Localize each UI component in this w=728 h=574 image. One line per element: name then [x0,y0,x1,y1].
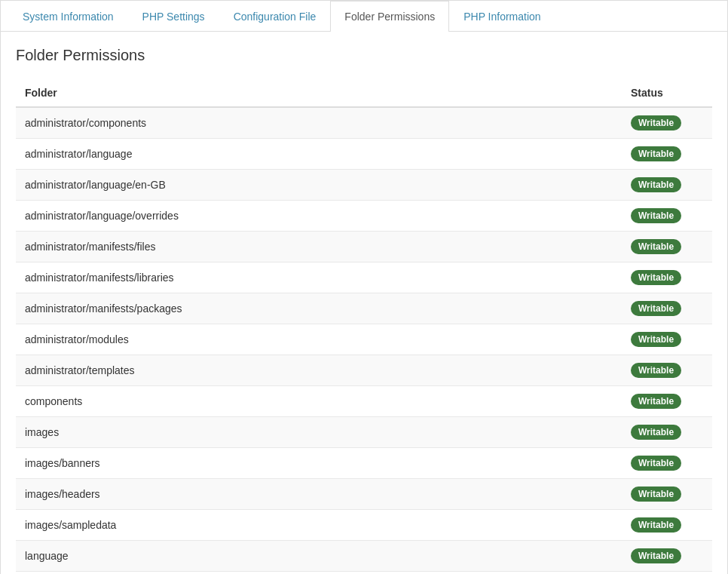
folder-cell: images/headers [16,479,622,510]
status-cell: Writable [622,107,712,139]
content-area: Folder Permissions Folder Status adminis… [1,32,727,574]
folder-cell: language [16,541,622,572]
status-badge: Writable [631,270,681,285]
status-badge: Writable [631,332,681,347]
table-row: administrator/manifests/packagesWritable [16,293,712,324]
folder-cell: administrator/language/en-GB [16,170,622,201]
table-header-row: Folder Status [16,79,712,107]
table-row: language/en-GBWritable [16,572,712,575]
table-body: administrator/componentsWritableadminist… [16,107,712,574]
folder-cell: administrator/templates [16,355,622,386]
status-cell: Writable [622,448,712,479]
table-row: images/headersWritable [16,479,712,510]
status-badge: Writable [631,425,681,440]
table-row: administrator/language/en-GBWritable [16,170,712,201]
permissions-table: Folder Status administrator/componentsWr… [16,79,712,574]
status-cell: Writable [622,201,712,232]
tab-php-information[interactable]: PHP Information [449,1,555,32]
status-cell: Writable [622,232,712,262]
status-cell: Writable [622,386,712,417]
page-title: Folder Permissions [16,47,712,64]
status-badge: Writable [631,548,681,563]
status-cell: Writable [622,324,712,355]
folder-cell: administrator/components [16,107,622,139]
status-badge: Writable [631,363,681,378]
status-badge: Writable [631,487,681,502]
status-cell: Writable [622,139,712,170]
table-row: administrator/manifests/filesWritable [16,232,712,262]
table-row: imagesWritable [16,417,712,448]
status-cell: Writable [622,293,712,324]
tab-system-information[interactable]: System Information [8,1,128,32]
table-row: administrator/manifests/librariesWritabl… [16,262,712,293]
folder-cell: components [16,386,622,417]
status-cell: Writable [622,355,712,386]
status-cell: Writable [622,479,712,510]
status-badge: Writable [631,301,681,316]
status-cell: Writable [622,541,712,572]
table-row: images/bannersWritable [16,448,712,479]
table-row: componentsWritable [16,386,712,417]
status-badge: Writable [631,456,681,471]
status-cell: Writable [622,262,712,293]
table-row: administrator/modulesWritable [16,324,712,355]
col-folder-header: Folder [16,79,622,107]
tab-php-settings[interactable]: PHP Settings [128,1,219,32]
table-row: administrator/componentsWritable [16,107,712,139]
page-container: System InformationPHP SettingsConfigurat… [0,0,728,574]
table-row: administrator/language/overridesWritable [16,201,712,232]
tabs-bar: System InformationPHP SettingsConfigurat… [1,1,727,32]
table-row: images/sampledataWritable [16,510,712,541]
status-cell: Writable [622,417,712,448]
folder-cell: language/en-GB [16,572,622,575]
folder-cell: administrator/manifests/packages [16,293,622,324]
status-badge: Writable [631,115,681,130]
folder-cell: administrator/manifests/libraries [16,262,622,293]
folder-cell: administrator/modules [16,324,622,355]
status-cell: Writable [622,510,712,541]
col-status-header: Status [622,79,712,107]
status-badge: Writable [631,517,681,533]
folder-cell: administrator/language/overrides [16,201,622,232]
table-row: languageWritable [16,541,712,572]
folder-cell: images/banners [16,448,622,479]
status-cell: Writable [622,572,712,575]
table-row: administrator/languageWritable [16,139,712,170]
status-cell: Writable [622,170,712,201]
status-badge: Writable [631,394,681,409]
folder-cell: images/sampledata [16,510,622,541]
folder-cell: administrator/language [16,139,622,170]
tab-folder-permissions[interactable]: Folder Permissions [330,1,449,32]
folder-cell: images [16,417,622,448]
status-badge: Writable [631,177,681,192]
status-badge: Writable [631,239,681,254]
table-row: administrator/templatesWritable [16,355,712,386]
tab-configuration-file[interactable]: Configuration File [219,1,331,32]
folder-cell: administrator/manifests/files [16,232,622,262]
status-badge: Writable [631,146,681,161]
status-badge: Writable [631,208,681,223]
